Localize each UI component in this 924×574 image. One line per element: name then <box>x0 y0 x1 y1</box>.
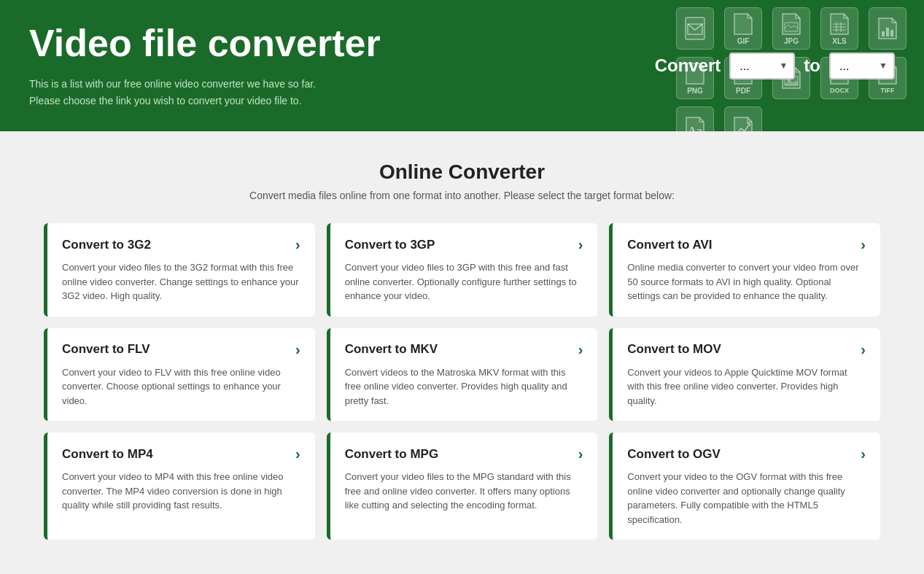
card-header: Convert to 3G2 › <box>62 236 300 253</box>
card-description: Convert your video files to the 3G2 form… <box>62 260 300 303</box>
converter-card-convert-to-ogv[interactable]: Convert to OGV › Convert your video to t… <box>609 433 880 540</box>
card-title: Convert to FLV <box>62 342 150 357</box>
card-description: Convert your video to MP4 with this free… <box>62 470 300 513</box>
card-arrow-icon: › <box>861 341 866 358</box>
card-description: Convert your video to the OGV format wit… <box>627 470 866 527</box>
card-title: Convert to 3G2 <box>62 238 151 252</box>
bg-icon-gif: GIF <box>724 7 762 50</box>
card-arrow-icon: › <box>578 446 583 462</box>
card-header: Convert to OGV › <box>627 446 866 462</box>
to-label: to <box>804 55 820 76</box>
bg-icon-chart <box>869 7 906 50</box>
card-title: Convert to MPG <box>345 447 438 462</box>
card-title: Convert to OGV <box>627 447 721 462</box>
bg-icon-analytics <box>724 106 762 131</box>
card-arrow-icon: › <box>295 341 300 358</box>
svg-rect-10 <box>890 30 893 36</box>
convert-label: Convert <box>655 55 721 76</box>
converter-card-convert-to-mp4[interactable]: Convert to MP4 › Convert your video to M… <box>44 433 315 540</box>
converter-grid: Convert to 3G2 › Convert your video file… <box>44 223 880 540</box>
converter-card-convert-to-mov[interactable]: Convert to MOV › Convert your videos to … <box>609 328 880 422</box>
card-header: Convert to 3GP › <box>345 236 583 253</box>
card-description: Convert your videos to Apple Quicktime M… <box>627 365 866 408</box>
section-subtitle: Convert media files online from one form… <box>44 190 880 201</box>
to-format-select[interactable]: ... 3G2 3GP AVI FLV MKV MOV MP4 MPG OGV <box>829 53 895 79</box>
bg-icon-email <box>676 7 714 50</box>
main-content: Online Converter Convert media files onl… <box>0 131 924 569</box>
card-arrow-icon: › <box>861 446 866 462</box>
header-left: Video file converter This is a list with… <box>29 23 381 109</box>
page-title: Video file converter <box>29 23 381 64</box>
svg-rect-9 <box>886 28 889 36</box>
section-title: Online Converter <box>44 160 880 184</box>
card-title: Convert to MP4 <box>62 447 153 462</box>
card-title: Convert to MOV <box>627 342 721 357</box>
bg-icon-jpg: JPG <box>772 7 810 50</box>
card-title: Convert to 3GP <box>345 238 435 252</box>
svg-rect-8 <box>882 31 885 36</box>
card-header: Convert to MKV › <box>345 341 583 358</box>
converter-card-convert-to-flv[interactable]: Convert to FLV › Convert your video to F… <box>44 328 315 422</box>
converter-controls: Convert ... MP4 AVI MOV MKV FLV to ... 3… <box>655 53 895 79</box>
from-format-select[interactable]: ... MP4 AVI MOV MKV FLV <box>729 53 795 79</box>
card-title: Convert to AVI <box>627 238 712 252</box>
from-format-wrapper[interactable]: ... MP4 AVI MOV MKV FLV <box>729 53 795 79</box>
svg-rect-0 <box>686 18 704 39</box>
card-header: Convert to MP4 › <box>62 446 300 462</box>
card-arrow-icon: › <box>295 236 300 253</box>
converter-card-convert-to-mpg[interactable]: Convert to MPG › Convert your video file… <box>327 433 598 540</box>
converter-card-convert-to-3gp[interactable]: Convert to 3GP › Convert your video file… <box>327 223 598 317</box>
card-description: Convert your video files to 3GP with thi… <box>345 260 583 303</box>
converter-card-convert-to-3g2[interactable]: Convert to 3G2 › Convert your video file… <box>44 223 315 317</box>
to-format-wrapper[interactable]: ... 3G2 3GP AVI FLV MKV MOV MP4 MPG OGV <box>829 53 895 79</box>
card-title: Convert to MKV <box>345 342 438 357</box>
card-header: Convert to MOV › <box>627 341 866 358</box>
bg-icon-font: Aa <box>676 106 714 131</box>
card-header: Convert to MPG › <box>345 446 583 462</box>
converter-card-convert-to-avi[interactable]: Convert to AVI › Online media converter … <box>609 223 880 317</box>
card-description: Convert your video files to the MPG stan… <box>345 470 583 513</box>
converter-card-convert-to-mkv[interactable]: Convert to MKV › Convert videos to the M… <box>327 328 598 422</box>
card-description: Online media converter to convert your v… <box>627 260 866 303</box>
card-arrow-icon: › <box>578 236 583 253</box>
svg-text:Aa: Aa <box>688 125 702 131</box>
bg-icon-xls: XLS <box>820 7 858 50</box>
card-arrow-icon: › <box>861 236 866 253</box>
card-arrow-icon: › <box>578 341 583 358</box>
card-arrow-icon: › <box>295 446 300 462</box>
card-header: Convert to FLV › <box>62 341 300 358</box>
card-description: Convert videos to the Matroska MKV forma… <box>345 365 583 408</box>
header-description: This is a list with our free online vide… <box>29 76 381 109</box>
page-header: Video file converter This is a list with… <box>0 0 924 131</box>
card-header: Convert to AVI › <box>627 236 866 253</box>
card-description: Convert your video to FLV with this free… <box>62 365 300 408</box>
